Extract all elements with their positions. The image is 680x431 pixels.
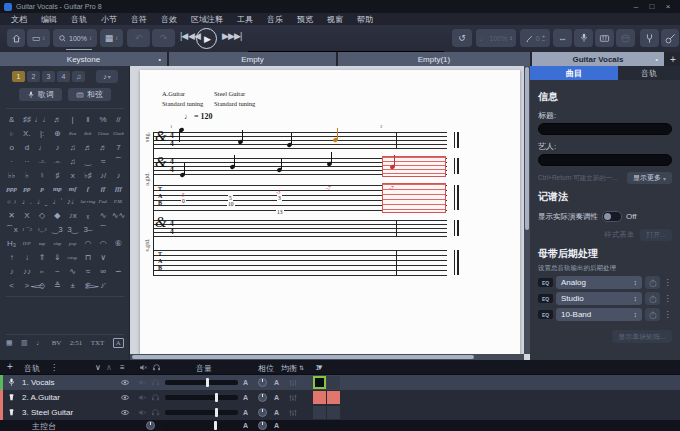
staff[interactable] <box>153 220 447 237</box>
slider-handle[interactable] <box>206 378 209 387</box>
notation-icon[interactable]: d <box>19 140 34 154</box>
notation-icon[interactable]: ♯' <box>80 278 95 292</box>
notation-icon[interactable]: % <box>96 112 111 126</box>
notation-icon[interactable]: ♪♪ <box>19 264 34 278</box>
notation-icon[interactable]: ⇑ <box>35 250 50 264</box>
notation-icon[interactable]: X <box>19 208 34 222</box>
notation-icon[interactable]: |: <box>35 126 50 140</box>
more-options-icon[interactable]: ⋮ <box>663 292 672 305</box>
zoom-slider[interactable] <box>66 49 92 50</box>
notation-icon[interactable]: 1⌒3 <box>19 222 34 236</box>
chords-button[interactable]: 和弦 <box>68 88 111 101</box>
scrollbar-thumb[interactable] <box>132 355 474 359</box>
note[interactable] <box>327 162 332 166</box>
notation-icon[interactable]: rasg. <box>65 250 80 264</box>
tab-track[interactable]: 音轨 <box>618 66 680 80</box>
close-button[interactable]: × <box>660 1 676 13</box>
notation-icon[interactable]: ◇ <box>35 208 50 222</box>
maximize-button[interactable]: □ <box>644 1 660 13</box>
measure-cell[interactable] <box>313 376 326 389</box>
menu-item[interactable]: 预览 <box>290 14 320 25</box>
menu-item[interactable]: 音效 <box>154 14 184 25</box>
notation-icon[interactable]: 7 <box>111 140 126 154</box>
voice-button[interactable]: 3 <box>42 71 55 82</box>
voice-button[interactable]: ♫ <box>72 71 85 82</box>
notation-icon[interactable]: ⌒ <box>111 154 126 168</box>
notation-icon[interactable]: > <box>19 278 34 292</box>
fretboard-button[interactable] <box>661 29 679 47</box>
notation-icon[interactable]: ~ <box>50 264 65 278</box>
notation-icon[interactable]: tap <box>35 236 50 250</box>
power-button[interactable] <box>645 276 660 289</box>
collapse-icon[interactable]: ∨ <box>95 363 101 372</box>
notation-icon[interactable]: ◠ <box>96 236 111 250</box>
mute-icon[interactable] <box>138 378 147 387</box>
notation-icon[interactable]: ∨ <box>96 250 111 264</box>
notation-icon[interactable]: ✕ <box>4 208 19 222</box>
line-in-button[interactable]: ↔ <box>553 29 572 47</box>
mastering-preset-select[interactable]: Studio↕ <box>556 292 642 305</box>
slider-handle[interactable] <box>215 393 218 402</box>
staff[interactable] <box>153 250 447 276</box>
notation-icon[interactable]: ♭ <box>19 168 34 182</box>
solo-headphones-icon[interactable] <box>151 378 160 387</box>
slider-handle[interactable] <box>214 421 217 430</box>
notation-icon[interactable]: ||: <box>4 126 19 140</box>
song-title-field[interactable] <box>538 123 672 135</box>
note[interactable] <box>333 138 338 142</box>
tab-fret-number[interactable]: 0 <box>181 198 186 204</box>
notation-icon[interactable]: ♪♩ <box>65 194 80 208</box>
undo-button[interactable]: ↶ <box>127 29 150 47</box>
notation-icon[interactable]: P.M. <box>111 194 126 208</box>
list-view-icon[interactable]: ≡ <box>120 363 125 372</box>
tab-fret-number-selected[interactable]: -5 <box>179 192 186 198</box>
solo-headphones-icon[interactable] <box>151 408 160 417</box>
notation-icon[interactable]: 15ma <box>96 126 111 140</box>
notation-icon[interactable]: o <box>4 140 19 154</box>
loop-button[interactable]: ↺ <box>452 29 472 47</box>
notation-icon[interactable]: ♫ <box>65 154 80 168</box>
notation-icon[interactable]: ♪x <box>65 208 80 222</box>
slider-handle[interactable] <box>215 408 218 417</box>
notation-icon[interactable]: ⊓ <box>80 250 95 264</box>
redo-button[interactable]: ↷ <box>152 29 175 47</box>
notation-icon[interactable]: ♪' <box>96 278 111 292</box>
notation-icon[interactable]: 1‿3 <box>35 222 50 236</box>
visibility-eye-icon[interactable] <box>120 378 130 387</box>
menu-item[interactable]: 音符 <box>124 14 154 25</box>
notation-icon[interactable]: ≈ <box>96 154 111 168</box>
mute-icon[interactable] <box>138 408 147 417</box>
sidebar-tool-icon[interactable]: BV <box>52 339 62 347</box>
notation-icon[interactable]: ‖ <box>80 112 95 126</box>
tab-fret-number[interactable]: 13 <box>276 209 284 215</box>
play-button[interactable]: ▶ <box>196 28 217 49</box>
pan-knob[interactable] <box>258 378 267 387</box>
notation-icon[interactable]: ♯ <box>50 168 65 182</box>
track-row[interactable]: 1. VocalsAA <box>0 375 680 390</box>
notation-icon[interactable] <box>111 250 126 264</box>
notation-icon[interactable]: ≙ <box>50 278 65 292</box>
tab-fret-number[interactable]: 10 <box>227 201 235 207</box>
notation-icon[interactable]: ♪ <box>4 264 19 278</box>
notation-icon[interactable]: // <box>111 112 126 126</box>
notation-icon[interactable]: ⌒ <box>96 222 111 236</box>
note[interactable] <box>238 140 243 144</box>
more-options-icon[interactable]: ⋮ <box>663 276 672 289</box>
notation-icon[interactable]: ↑ <box>4 250 19 264</box>
staff[interactable] <box>153 132 447 149</box>
notation-icon[interactable]: ‿3 <box>50 222 65 236</box>
score-tab[interactable]: Empty <box>169 52 336 66</box>
volume-slider[interactable] <box>165 410 238 415</box>
notation-icon[interactable]: ↓ <box>19 250 34 264</box>
tracks-menu-icon[interactable]: ⋮ <box>50 363 58 372</box>
notation-icon[interactable]: ♭♭ <box>4 168 19 182</box>
notation-icon[interactable]: ♯♯ <box>19 112 34 126</box>
measure-cell[interactable] <box>327 376 340 389</box>
notation-icon[interactable]: ♪ <box>111 168 126 182</box>
notation-icon[interactable]: 3‿ <box>65 222 80 236</box>
master-volume-slider[interactable] <box>165 423 238 428</box>
menu-item[interactable]: 视窗 <box>320 14 350 25</box>
notation-icon[interactable]: ≈ <box>80 264 95 278</box>
go-end-button[interactable]: ▶| <box>234 31 241 41</box>
visibility-eye-icon[interactable] <box>120 408 130 417</box>
